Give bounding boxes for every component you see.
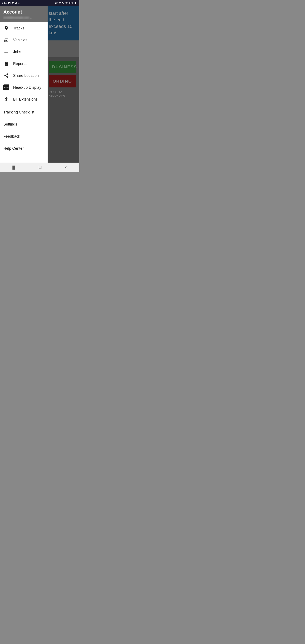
navigation-drawer: Account email@example.com ... Tracks Veh… <box>0 6 48 162</box>
vehicles-label: Vehicles <box>13 38 27 42</box>
bottom-nav: ||| □ < <box>0 162 79 172</box>
bluetooth-icon <box>3 96 9 102</box>
location-pin-icon <box>3 25 9 31</box>
menu-item-tracking-checklist[interactable]: Tracking Checklist <box>0 106 48 118</box>
recent-apps-button[interactable]: ||| <box>7 163 19 172</box>
hud-badge: HUD <box>3 84 9 90</box>
dot-indicator <box>18 2 19 4</box>
menu-item-tracks[interactable]: Tracks <box>0 22 48 34</box>
menu-item-bt-extensions[interactable]: BT Extensions <box>0 93 48 105</box>
help-center-label: Help Center <box>3 146 24 150</box>
menu-items-section: Tracks Vehicles Jobs Reports <box>0 22 48 105</box>
status-right: 48% <box>55 2 77 4</box>
signal-bars-icon <box>65 2 68 4</box>
share-location-label: Share Location <box>13 74 39 78</box>
status-left: 2:59 <box>2 2 19 4</box>
menu-item-reports[interactable]: Reports <box>0 58 48 70</box>
list-icon <box>3 49 9 55</box>
account-email: email@example.com ... <box>3 16 44 19</box>
menu-item-jobs[interactable]: Jobs <box>0 46 48 58</box>
home-button[interactable]: □ <box>34 163 45 172</box>
menu-item-settings[interactable]: Settings <box>0 118 48 130</box>
warning-icon <box>15 2 17 4</box>
reports-label: Reports <box>13 62 26 66</box>
back-button[interactable]: < <box>61 163 72 172</box>
wifi-icon <box>58 2 61 4</box>
photo-icon <box>8 2 11 4</box>
bt-extensions-label: BT Extensions <box>13 97 38 102</box>
menu-item-hud[interactable]: HUD Head-up Display <box>0 82 48 93</box>
account-section[interactable]: Account email@example.com ... <box>0 6 48 22</box>
tracking-checklist-label: Tracking Checklist <box>3 110 34 114</box>
lightbulb-icon <box>12 2 14 4</box>
menu-item-vehicles[interactable]: Vehicles <box>0 34 48 46</box>
menu-item-share-location[interactable]: Share Location <box>0 70 48 82</box>
account-title: Account <box>3 9 44 15</box>
battery-percent: 48% <box>68 2 73 4</box>
settings-label: Settings <box>3 122 17 126</box>
status-bar: 2:59 48% <box>0 0 79 6</box>
drawer-overlay[interactable] <box>48 6 79 162</box>
text-menu-section: Tracking Checklist Settings Feedback Hel… <box>0 106 48 162</box>
alarm-icon <box>55 2 58 4</box>
share-icon <box>3 72 9 78</box>
time-display: 2:59 <box>2 2 7 4</box>
jobs-label: Jobs <box>13 50 21 54</box>
battery-icon <box>74 2 77 4</box>
tracks-label: Tracks <box>13 26 24 30</box>
feedback-label: Feedback <box>3 134 20 138</box>
menu-item-help-center[interactable]: Help Center <box>0 142 48 154</box>
car-icon <box>3 37 9 43</box>
phone-signal-icon <box>62 2 64 4</box>
document-icon <box>3 61 9 67</box>
menu-item-feedback[interactable]: Feedback <box>0 130 48 142</box>
hud-icon: HUD <box>3 84 9 90</box>
hud-label: Head-up Display <box>13 85 41 90</box>
